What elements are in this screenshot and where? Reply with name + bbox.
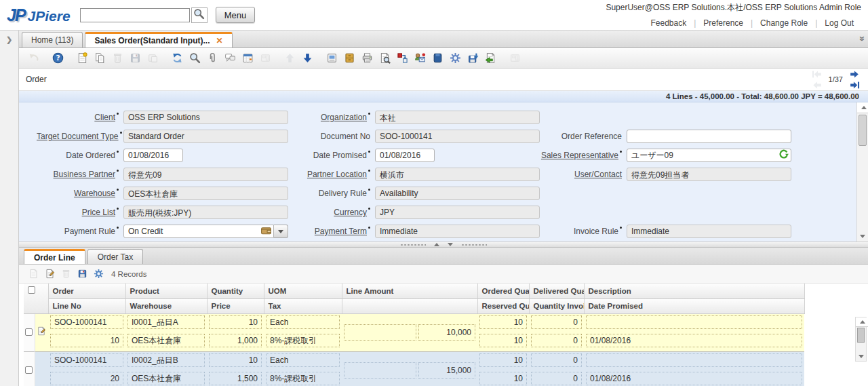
payment-term-label[interactable]: Payment Term — [288, 227, 375, 236]
import-file-icon[interactable] — [481, 50, 499, 66]
refresh-icon[interactable] — [168, 50, 186, 66]
menu-button[interactable]: Menu — [216, 7, 256, 23]
date-promised-field[interactable]: 01/08/2016 — [375, 149, 435, 162]
cell-warehouse[interactable]: OES本社倉庫 — [127, 334, 205, 347]
scroll-up-icon[interactable] — [857, 102, 868, 113]
expand-sidebar-chevron-icon[interactable]: ❯ — [3, 34, 15, 45]
scrollbar-thumb[interactable] — [857, 328, 865, 343]
cell-charge[interactable] — [344, 362, 416, 379]
cell-delivered-quantity[interactable]: 0 — [531, 353, 582, 367]
cell-description[interactable] — [586, 315, 802, 329]
cell-quantity[interactable]: 10 — [209, 315, 262, 329]
order-reference-field[interactable] — [627, 130, 791, 143]
attachment-icon[interactable] — [203, 50, 221, 66]
cell-reserved-quantity[interactable]: 10 — [479, 334, 527, 347]
search-button[interactable] — [191, 7, 208, 23]
jpiere-logo[interactable]: JP JPiere — [7, 5, 71, 25]
payment-rule-dropdown-button[interactable] — [274, 225, 288, 238]
warehouse-label[interactable]: Warehouse — [37, 189, 123, 198]
workflow-icon[interactable] — [393, 50, 411, 66]
cell-price[interactable]: 1,500 — [209, 372, 262, 385]
nav-last-icon[interactable] — [848, 79, 861, 90]
cell-tax[interactable]: 8%-課税取引 — [266, 372, 340, 385]
toggle-form-view-icon[interactable] — [323, 50, 340, 66]
print-icon[interactable] — [358, 50, 376, 66]
order-line-row-1[interactable]: SOO-1000141 I0001_品目A 10 Each 10,000 10 … — [24, 313, 804, 351]
payment-rule-field[interactable]: On Credit — [123, 225, 288, 238]
preference-link[interactable]: Preference — [703, 18, 743, 28]
cell-date-promised[interactable]: 01/08/2016 — [586, 334, 802, 347]
form-scrollbar[interactable] — [856, 102, 868, 242]
organization-label[interactable]: Organization — [288, 113, 375, 122]
new-record-icon[interactable] — [73, 50, 91, 66]
price-list-label[interactable]: Price List — [37, 208, 123, 217]
currency-label[interactable]: Currency — [288, 208, 375, 217]
grid-scrollbar[interactable] — [855, 317, 867, 362]
column-header[interactable]: Tax — [264, 298, 342, 313]
tab-order-line[interactable]: Order Line — [24, 249, 85, 264]
column-header[interactable]: Description — [584, 284, 804, 298]
process-icon[interactable] — [446, 50, 464, 66]
date-ordered-field[interactable]: 01/08/2016 — [123, 149, 183, 162]
select-all-cell[interactable] — [24, 284, 48, 313]
cell-line-no[interactable]: 20 — [50, 372, 123, 385]
column-header[interactable]: Order — [48, 284, 125, 298]
file-document-icon[interactable] — [340, 50, 358, 66]
business-partner-label[interactable]: Business Partner — [37, 170, 123, 179]
cell-order[interactable]: SOO-1000141 — [50, 315, 123, 329]
cell-price[interactable]: 1,000 — [209, 334, 262, 347]
cell-product[interactable]: I0001_品目A — [127, 315, 205, 329]
column-header[interactable]: Quantity — [207, 284, 264, 298]
column-header[interactable]: Ordered Quantity — [477, 284, 529, 298]
column-header[interactable]: UOM — [264, 284, 342, 298]
cell-date-promised[interactable]: 01/08/2016 — [586, 372, 802, 385]
column-header[interactable]: Delivered Quantity — [529, 284, 584, 298]
tab-home[interactable]: Home (113) — [22, 32, 83, 47]
cell-tax[interactable]: 8%-課税取引 — [266, 334, 340, 347]
sales-representative-label[interactable]: Sales Representative — [540, 151, 627, 160]
report-icon[interactable] — [376, 50, 393, 66]
cell-ordered-quantity[interactable]: 10 — [479, 315, 527, 329]
sales-representative-field[interactable]: ユーザー09 — [627, 149, 791, 162]
client-label[interactable]: Client — [37, 113, 123, 122]
splitter-collapse-up-icon[interactable] — [434, 243, 439, 246]
row-edit-icon[interactable] — [41, 267, 58, 281]
find-record-icon[interactable] — [186, 50, 203, 66]
column-header[interactable]: Quantity Invoiced — [529, 298, 584, 313]
cell-ordered-quantity[interactable]: 10 — [479, 353, 527, 367]
row-checkbox[interactable] — [25, 328, 33, 336]
export-data-icon[interactable] — [464, 50, 481, 66]
column-header[interactable]: Product — [125, 284, 207, 298]
column-header[interactable]: Reserved Quantity — [477, 298, 529, 313]
cell-warehouse[interactable]: OES本社倉庫 — [127, 372, 205, 385]
cell-quantity-invoiced[interactable]: 0 — [531, 334, 582, 347]
column-header[interactable]: Warehouse — [125, 298, 207, 313]
column-header[interactable]: Line Amount — [342, 284, 477, 298]
user-contact-label[interactable]: User/Contact — [540, 170, 627, 179]
tab-order-tax[interactable]: Order Tax — [87, 249, 143, 264]
help-icon[interactable]: ? — [49, 50, 66, 66]
column-header[interactable]: Date Promised — [584, 298, 804, 313]
cell-product[interactable]: I0002_品目B — [127, 353, 205, 367]
feedback-link[interactable]: Feedback — [650, 18, 686, 28]
scroll-up-icon[interactable] — [856, 317, 868, 327]
global-search-input[interactable] — [80, 8, 190, 22]
splitter-collapse-down-icon[interactable] — [448, 243, 453, 246]
cell-uom[interactable]: Each — [266, 315, 340, 329]
copy-record-icon[interactable] — [91, 50, 108, 66]
cell-line-amount[interactable]: 10,000 — [418, 324, 475, 341]
scroll-down-icon[interactable] — [857, 231, 868, 242]
column-header[interactable]: Line No — [48, 298, 125, 313]
scrollbar-thumb[interactable] — [859, 115, 867, 146]
cell-charge[interactable] — [344, 324, 416, 341]
requests-icon[interactable] — [411, 50, 429, 66]
target-document-type-label[interactable]: Target Document Type — [37, 132, 123, 141]
close-tab-icon[interactable]: ✕ — [216, 36, 223, 45]
calendar-requests-icon[interactable] — [239, 50, 256, 66]
log-out-link[interactable]: Log Out — [825, 18, 854, 28]
partner-location-label[interactable]: Partner Location — [288, 170, 375, 179]
cell-quantity-invoiced[interactable]: 0 — [531, 372, 582, 385]
order-line-row-2[interactable]: SOO-1000141 I0002_品目B 10 Each 15,000 10 … — [24, 351, 804, 386]
panel-splitter[interactable] — [19, 242, 868, 248]
select-all-checkbox[interactable] — [28, 286, 35, 294]
